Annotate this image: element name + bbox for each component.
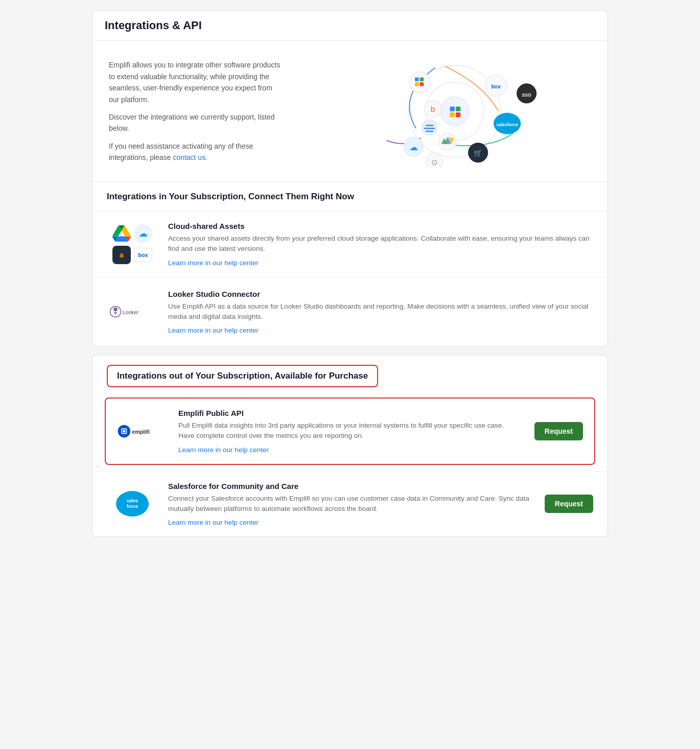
- svg-rect-10: [420, 78, 424, 82]
- svg-text:☁: ☁: [409, 143, 418, 152]
- intro-text: Emplifi allows you to integrate other so…: [109, 59, 283, 163]
- salesforce-description: Connect your Salesforce accounts with Em…: [168, 494, 532, 514]
- salesforce-integration-row: salesforce Salesforce for Community and …: [92, 471, 608, 537]
- svg-text:SSO: SSO: [522, 92, 531, 98]
- svg-point-19: [422, 120, 437, 135]
- page-title: Integrations & API: [105, 19, 595, 32]
- svg-text:⊙: ⊙: [431, 158, 438, 167]
- subscription-section-header: Integrations in Your Subscription, Conne…: [92, 182, 608, 211]
- intro-paragraph-3: If you need assistance activating any of…: [109, 141, 283, 163]
- emplifi-api-action: Request: [532, 422, 583, 440]
- svg-point-36: [113, 308, 118, 312]
- emplifi-api-help-link[interactable]: Learn more in our help center: [178, 446, 269, 454]
- emplifi-api-row-inner: emplifi Emplifi Public API Pull Emplifi …: [106, 399, 594, 464]
- salesforce-content: Salesforce for Community and Care Connec…: [168, 482, 532, 527]
- svg-rect-7: [456, 112, 461, 118]
- salesforce-action: Request: [542, 495, 593, 513]
- svg-text:🛒: 🛒: [474, 149, 482, 157]
- cloud-shared-logos: ☁ a box: [107, 224, 158, 264]
- salesforce-request-button[interactable]: Request: [545, 495, 593, 513]
- looker-logo: Looker: [107, 302, 158, 321]
- salesforce-logo: salesforce: [107, 491, 158, 517]
- svg-rect-4: [450, 107, 455, 112]
- svg-text:box: box: [491, 84, 501, 89]
- svg-point-3: [441, 98, 468, 125]
- svg-text:Looker: Looker: [123, 309, 139, 315]
- cloud-shared-content: Cloud-shared Assets Access your shared a…: [168, 222, 593, 267]
- box-logo: box: [134, 248, 152, 262]
- emplifi-api-highlighted-row: emplifi Emplifi Public API Pull Emplifi …: [105, 397, 595, 465]
- svg-rect-5: [456, 107, 461, 112]
- subscription-heading: Integrations in Your Subscription, Conne…: [107, 192, 593, 202]
- cloud-icon: ☁: [134, 224, 152, 243]
- looker-content: Looker Studio Connector Use Emplifi API …: [168, 290, 593, 335]
- google-drive-icon: [112, 224, 131, 243]
- svg-rect-11: [415, 82, 419, 86]
- svg-point-8: [409, 72, 431, 93]
- emplifi-api-content: Emplifi Public API Pull Emplifi data ins…: [178, 409, 522, 454]
- purchase-heading: Integrations out of Your Subscription, A…: [117, 371, 368, 381]
- intro-paragraph-1: Emplifi allows you to integrate other so…: [109, 59, 283, 105]
- looker-description: Use Emplifi API as a data source for Loo…: [168, 301, 593, 322]
- svg-rect-6: [450, 112, 455, 118]
- emplifi-logo-svg: emplifi: [117, 421, 168, 441]
- salesforce-name: Salesforce for Community and Care: [168, 482, 532, 490]
- cloud-shared-name: Cloud-shared Assets: [168, 222, 593, 230]
- looker-help-link[interactable]: Learn more in our help center: [168, 326, 259, 334]
- svg-rect-43: [123, 430, 126, 432]
- svg-rect-12: [420, 82, 424, 86]
- intro-section: Emplifi allows you to integrate other so…: [92, 41, 608, 182]
- purchase-section-header-outlined: Integrations out of Your Subscription, A…: [107, 365, 378, 387]
- looker-integration-row: Looker Looker Studio Connector Use Empli…: [92, 277, 608, 347]
- cloud-shared-integration-row: ☁ a box Cloud-shared Assets Access your …: [92, 211, 608, 277]
- cloud-shared-help-link[interactable]: Learn more in our help center: [168, 259, 259, 267]
- looker-logo-svg: Looker: [109, 302, 155, 321]
- contact-us-link[interactable]: contact us: [173, 153, 205, 161]
- svg-text:emplifi: emplifi: [132, 428, 150, 434]
- emplifi-api-name: Emplifi Public API: [178, 409, 522, 417]
- integration-graphic: b ☁ ⊙: [299, 55, 591, 168]
- emplifi-api-description: Pull Emplifi data insights into 3rd part…: [178, 420, 522, 441]
- salesforce-logo-circle: salesforce: [116, 491, 149, 517]
- svg-rect-9: [415, 78, 419, 82]
- amazon-icon: a: [112, 246, 131, 264]
- salesforce-help-link[interactable]: Learn more in our help center: [168, 519, 259, 526]
- purchase-section-wrapper: Integrations out of Your Subscription, A…: [92, 356, 608, 391]
- emplifi-logo: emplifi: [117, 421, 168, 441]
- svg-text:salesforce: salesforce: [496, 122, 518, 127]
- emplifi-api-request-button[interactable]: Request: [534, 422, 583, 440]
- svg-text:b: b: [431, 105, 435, 113]
- intro-paragraph-2: Discover the integrations we currently s…: [109, 111, 283, 134]
- looker-name: Looker Studio Connector: [168, 290, 593, 298]
- cloud-shared-description: Access your shared assets directly from …: [168, 233, 593, 254]
